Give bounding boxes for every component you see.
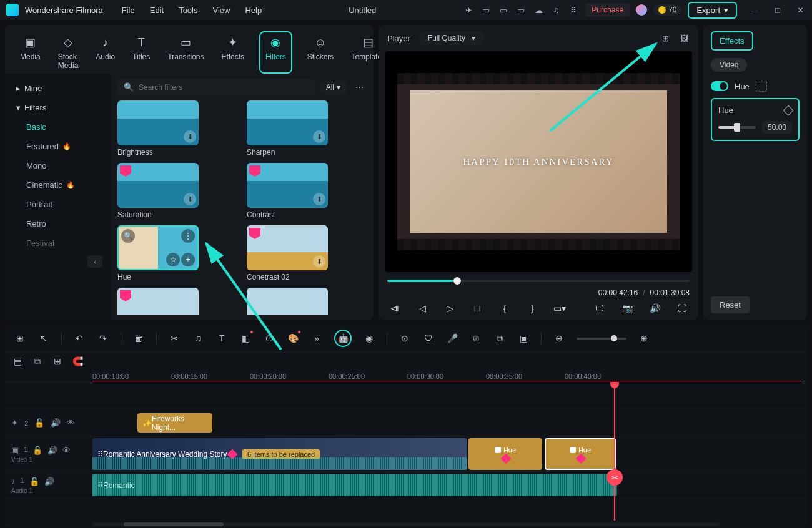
tab-media[interactable]: ▣Media (17, 31, 43, 74)
filter-dropdown[interactable]: All▾ (320, 81, 347, 94)
sidebar-collapse-button[interactable]: ‹ (87, 255, 102, 268)
menu-file[interactable]: File (122, 6, 135, 15)
menu-tools[interactable]: Tools (179, 6, 197, 15)
tab-stock[interactable]: ◇Stock Media (56, 31, 81, 74)
filter-saturation[interactable]: ⬇Saturation (117, 163, 235, 219)
minimize-icon[interactable]: — (750, 4, 761, 16)
avatar-icon[interactable] (636, 4, 647, 16)
filter-contrast02[interactable]: ⬇Conetrast 02 (247, 225, 365, 281)
filter-brightness[interactable]: ⬇Brightness (117, 100, 235, 157)
display-button[interactable]: 🖵 (592, 301, 607, 316)
quality-dropdown[interactable]: Full Quality▾ (419, 31, 484, 45)
crop-button[interactable]: ◧ (239, 332, 252, 345)
credits-chip[interactable]: 70 (653, 4, 681, 16)
snapshot-button[interactable]: 📷 (620, 301, 635, 316)
headphones-icon[interactable]: ♫ (550, 4, 562, 16)
aspect-button[interactable]: ▭▾ (552, 301, 567, 316)
speed-button[interactable]: ⏱ (263, 332, 275, 345)
menu-help[interactable]: Help (245, 6, 262, 15)
mute-icon[interactable]: 🔊 (51, 418, 61, 428)
music-button[interactable]: ♫ (192, 332, 204, 345)
clip-video-main[interactable]: ⠿Romantic Anniversary Wedding Story6 ite… (92, 438, 467, 470)
sidebar-filters[interactable]: ▾Filters (9, 98, 107, 117)
sidebar-portrait[interactable]: Portrait (9, 195, 107, 214)
sidebar-festival[interactable]: Festival (9, 233, 107, 253)
volume-button[interactable]: 🔊 (647, 301, 662, 316)
ai-button[interactable]: 🤖 (334, 330, 352, 347)
cloud-icon[interactable]: ☁ (533, 4, 544, 16)
timeline-ruler[interactable]: 00:00:10:00 00:00:15:00 00:00:20:00 00:0… (5, 370, 807, 382)
prev-frame-button[interactable]: ⧏ (387, 301, 402, 316)
filter-sharpen[interactable]: ⬇Sharpen (247, 100, 365, 157)
sidebar-mono[interactable]: Mono (9, 156, 107, 175)
tab-effects[interactable]: ✦Effects (219, 31, 247, 74)
mute-icon[interactable]: 🔊 (47, 446, 57, 455)
track-manage-icon[interactable]: ▤ (11, 355, 24, 368)
lock-icon[interactable]: 🔓 (32, 446, 42, 455)
more-button[interactable]: ⋯ (352, 82, 367, 92)
export-button[interactable]: Export▾ (688, 2, 737, 19)
sidebar-mine[interactable]: ▸Mine (9, 79, 107, 98)
download-icon[interactable]: ⬇ (313, 255, 325, 268)
more-tools-button[interactable]: » (310, 332, 323, 345)
monitor-icon[interactable]: ▭ (498, 4, 509, 16)
fullscreen-button[interactable]: ⛶ (675, 301, 690, 316)
playhead[interactable]: ✂ (614, 382, 615, 521)
tab-audio[interactable]: ♪Audio (93, 31, 117, 74)
menu-edit[interactable]: Edit (150, 6, 164, 15)
text-button[interactable]: T (215, 332, 228, 345)
download-icon[interactable]: ⬇ (184, 193, 196, 205)
tab-filters[interactable]: ◉Filters (259, 31, 292, 74)
hue-slider[interactable] (718, 126, 756, 129)
mute-icon[interactable]: 🔊 (44, 477, 54, 486)
tab-transitions[interactable]: ▭Transitions (165, 31, 206, 74)
preview-icon[interactable]: 🔍 (121, 229, 135, 243)
render-icon[interactable]: ▣ (517, 332, 530, 345)
shield-icon[interactable]: 🛡 (422, 332, 435, 345)
mic-icon[interactable]: 🎤 (446, 332, 458, 345)
eye-icon[interactable]: 👁 (67, 418, 75, 428)
cut-button[interactable]: ✂ (168, 332, 181, 345)
progress-bar[interactable] (387, 280, 690, 282)
pointer-icon[interactable]: ↖ (37, 332, 50, 345)
zoom-in-button[interactable]: ⊕ (638, 332, 650, 345)
lock-icon[interactable]: 🔓 (34, 418, 44, 428)
filter-item[interactable] (247, 288, 365, 315)
hue-value[interactable]: 50.00 (762, 121, 792, 134)
sidebar-retro[interactable]: Retro (9, 214, 107, 233)
stop-button[interactable]: □ (470, 301, 485, 316)
layout-icon[interactable]: ⊞ (14, 332, 26, 345)
play-button[interactable]: ▷ (442, 301, 457, 316)
purchase-button[interactable]: Purchase (585, 3, 630, 17)
hue-toggle[interactable] (711, 81, 728, 91)
download-icon[interactable]: ⬇ (313, 193, 325, 205)
snap-icon[interactable]: ⊞ (51, 355, 64, 368)
timeline-scrollbar[interactable] (5, 521, 807, 528)
clip-hue-1[interactable]: Hue (468, 438, 542, 470)
redo-button[interactable]: ↷ (97, 332, 109, 345)
zoom-out-button[interactable]: ⊖ (553, 332, 565, 345)
reset-params-icon[interactable] (756, 81, 767, 92)
sidebar-basic[interactable]: Basic (9, 117, 107, 137)
sidebar-cinematic[interactable]: Cinematic🔥 (9, 175, 107, 195)
menu-view[interactable]: View (212, 6, 230, 15)
maximize-icon[interactable]: □ (772, 4, 783, 16)
more-icon[interactable]: ⋮ (181, 229, 195, 243)
image-icon[interactable]: 🖼 (678, 32, 690, 44)
close-icon[interactable]: ✕ (795, 4, 806, 16)
keyframe-icon[interactable] (783, 105, 794, 115)
filter-contrast[interactable]: ⬇Contrast (247, 163, 365, 219)
scissors-icon[interactable]: ✂ (607, 469, 623, 486)
delete-button[interactable]: 🗑 (132, 332, 145, 345)
grid-view-icon[interactable]: ⊞ (660, 32, 671, 44)
search-input-wrap[interactable]: 🔍 (117, 79, 315, 95)
tab-titles[interactable]: TTitles (130, 31, 152, 74)
group-icon[interactable]: ⧉ (493, 332, 506, 345)
send-icon[interactable]: ✈ (463, 4, 474, 16)
clip-hue-2[interactable]: Hue (545, 438, 616, 470)
color-button[interactable]: 🎨 (287, 332, 299, 345)
lock-icon[interactable]: 🔓 (29, 477, 39, 486)
record-icon[interactable]: ▭ (480, 4, 492, 16)
undo-button[interactable]: ↶ (73, 332, 86, 345)
star-icon[interactable]: ☆ (166, 253, 180, 266)
